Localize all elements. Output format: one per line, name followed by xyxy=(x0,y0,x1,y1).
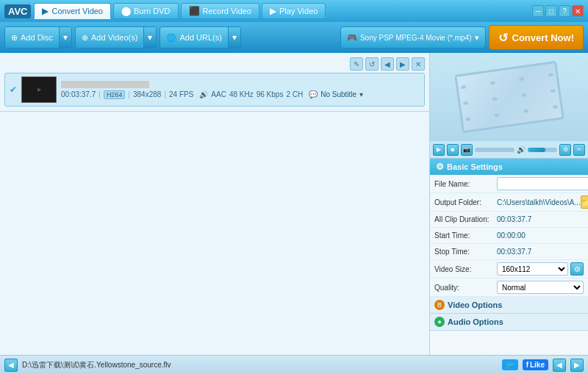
all-clip-duration-label: All Clip Duration: xyxy=(434,215,497,223)
refresh-icon: ↺ xyxy=(498,31,508,45)
status-bar: ◀ D:\迅雷下载\测试\黄石.Yellowstone_source.flv 🐦… xyxy=(0,355,588,374)
video-options-section[interactable]: B Video Options xyxy=(430,297,588,314)
settings-panel: ⚙ Basic Settings File Name: Output Folde… xyxy=(430,159,588,355)
add-disc-split-button[interactable]: ⊕ Add Disc ▾ xyxy=(4,26,72,48)
toolbar: ⊕ Add Disc ▾ ⊕ Add Video(s) ▾ 🌐 Add URL(… xyxy=(0,22,588,53)
player-controls: ▶ ■ 📷 🔊 ⚙ ✂ xyxy=(430,141,588,159)
add-disc-button[interactable]: ⊕ Add Disc xyxy=(5,27,59,48)
twitter-button[interactable]: 🐦 xyxy=(502,359,518,370)
file-item: ✔ ▶ 00:03:37.7 | H264 | 384x288 | 24 FPS… xyxy=(4,73,425,107)
audio-options-label: Audio Options xyxy=(448,317,503,326)
file-meta: 00:03:37.7 | H264 | 384x288 | 24 FPS 🔊 A… xyxy=(61,90,420,99)
close-file-button[interactable]: ✕ xyxy=(412,57,425,71)
minimize-button[interactable]: ─ xyxy=(532,5,544,17)
app-logo: AVC xyxy=(4,4,31,18)
window-controls: ─ □ ? ✕ xyxy=(532,5,584,17)
subtitle-dropdown[interactable]: ▾ xyxy=(359,90,363,98)
prev-nav-button[interactable]: ◀ xyxy=(553,359,566,372)
convert-tab-icon: ▶ xyxy=(42,6,49,16)
quality-label: Quality: xyxy=(434,284,497,292)
browse-folder-button[interactable]: 📁 xyxy=(581,195,588,209)
fps-value: 24 FPS xyxy=(169,90,193,98)
status-path: D:\迅雷下载\测试\黄石.Yellowstone_source.flv xyxy=(22,360,498,370)
volume-bar[interactable] xyxy=(528,148,557,152)
right-panel: ▶ ■ 📷 🔊 ⚙ ✂ ⚙ Basic Settings File Name: xyxy=(430,53,588,355)
close-button[interactable]: ✕ xyxy=(572,5,584,17)
filename-input[interactable] xyxy=(497,177,588,190)
file-info: 00:03:37.7 | H264 | 384x288 | 24 FPS 🔊 A… xyxy=(61,81,420,99)
audio-bitrate-value: 96 Kbps xyxy=(257,90,284,98)
film-holes xyxy=(457,66,562,128)
convert-now-button[interactable]: ↺ Convert Now! xyxy=(489,25,584,50)
add-url-split-button[interactable]: 🌐 Add URL(s) ▾ xyxy=(159,26,240,48)
audio-icon: 🔊 xyxy=(199,90,208,98)
all-clip-duration-value: 00:03:37.7 xyxy=(497,215,584,223)
play-button[interactable]: ▶ xyxy=(433,144,445,156)
output-folder-row: Output Folder: C:\Users\talkh\Videos\A..… xyxy=(430,193,588,212)
tab-record[interactable]: ⬛ Record Video xyxy=(181,3,259,19)
next-button[interactable]: ▶ xyxy=(396,57,409,71)
progress-bar[interactable] xyxy=(475,148,514,152)
add-video-dropdown[interactable]: ▾ xyxy=(143,27,156,48)
edit-clip-button[interactable]: ✂ xyxy=(573,144,585,156)
start-time-value: 00:00:00 xyxy=(497,231,584,240)
stop-button[interactable]: ■ xyxy=(447,144,459,156)
tab-convert[interactable]: ▶ Convert Video xyxy=(34,3,111,19)
edit-button[interactable]: ✎ xyxy=(350,57,363,71)
facebook-button[interactable]: f Like xyxy=(523,359,548,370)
subtitle-select[interactable]: No Subtitle xyxy=(320,90,356,98)
title-bar: AVC ▶ Convert Video ⬤ Burn DVD ⬛ Record … xyxy=(0,0,588,22)
video-size-select[interactable]: 160x112 320x240 480x360 xyxy=(497,262,568,276)
sync-button[interactable]: ↺ xyxy=(365,57,379,71)
quality-row: Quality: Normal High Low xyxy=(430,278,588,297)
add-video-button[interactable]: ⊕ Add Video(s) xyxy=(76,27,143,48)
output-folder-value: C:\Users\talkh\Videos\A... xyxy=(497,198,581,206)
video-icon: ⊕ xyxy=(82,33,88,43)
volume-icon: 🔊 xyxy=(517,145,526,154)
tab-play[interactable]: ▶ Play Video xyxy=(262,3,326,19)
settings-icon: ⚙ xyxy=(436,162,444,172)
twitter-icon: 🐦 xyxy=(506,361,514,369)
url-icon: 🌐 xyxy=(166,33,176,43)
audio-codec-value: AAC xyxy=(211,90,226,98)
record-tab-icon: ⬛ xyxy=(189,6,200,16)
check-icon: ✔ xyxy=(10,84,17,95)
prev-file-button[interactable]: ◀ xyxy=(4,359,18,372)
add-url-button[interactable]: 🌐 Add URL(s) xyxy=(160,27,227,48)
facebook-icon: f xyxy=(526,361,528,369)
resolution-value: 384x288 xyxy=(133,90,161,98)
audio-freq-value: 48 KHz xyxy=(229,90,254,98)
file-item-toolbar: ✎ ↺ ◀ ▶ ✕ xyxy=(4,57,425,71)
filename-row: File Name: xyxy=(430,175,588,193)
left-panel: ✎ ↺ ◀ ▶ ✕ ✔ ▶ 00:03:37.7 | H264 | xyxy=(0,53,430,355)
maximize-button[interactable]: □ xyxy=(545,5,557,17)
snapshot-button[interactable]: 📷 xyxy=(461,144,473,156)
audio-options-section[interactable]: ● Audio Options xyxy=(430,314,588,331)
film-strip-inner xyxy=(454,61,564,134)
add-video-split-button[interactable]: ⊕ Add Video(s) ▾ xyxy=(75,26,157,48)
video-size-label: Video Size: xyxy=(434,265,497,273)
all-clip-duration-row: All Clip Duration: 00:03:37.7 xyxy=(430,212,588,228)
play-tab-icon: ▶ xyxy=(270,6,276,16)
add-disc-dropdown[interactable]: ▾ xyxy=(59,27,71,48)
help-button[interactable]: ? xyxy=(559,5,570,17)
subtitle-icon: 💬 xyxy=(309,90,318,98)
tab-burn[interactable]: ⬤ Burn DVD xyxy=(113,3,179,19)
start-time-row: Start Time: 00:00:00 xyxy=(430,228,588,244)
codec-badge: H264 xyxy=(104,90,126,99)
prev-button[interactable]: ◀ xyxy=(381,57,394,71)
add-url-dropdown[interactable]: ▾ xyxy=(228,27,240,48)
preview-area xyxy=(430,53,588,141)
video-options-icon: B xyxy=(434,300,445,310)
video-size-gear-button[interactable]: ⚙ xyxy=(570,262,584,276)
settings-header: ⚙ Basic Settings xyxy=(430,159,588,175)
quality-select[interactable]: Normal High Low xyxy=(497,281,584,294)
format-selector[interactable]: 🎮 Sony PSP MPEG-4 Movie (*.mp4) ▾ xyxy=(340,26,486,48)
empty-drop-area xyxy=(0,112,429,355)
duration-value: 00:03:37.7 xyxy=(61,90,96,98)
settings-button[interactable]: ⚙ xyxy=(559,144,571,156)
file-list: ✎ ↺ ◀ ▶ ✕ ✔ ▶ 00:03:37.7 | H264 | xyxy=(0,53,429,112)
format-dropdown-icon: ▾ xyxy=(475,33,479,43)
next-nav-button[interactable]: ▶ xyxy=(570,359,584,372)
stop-time-label: Stop Time: xyxy=(434,248,497,256)
